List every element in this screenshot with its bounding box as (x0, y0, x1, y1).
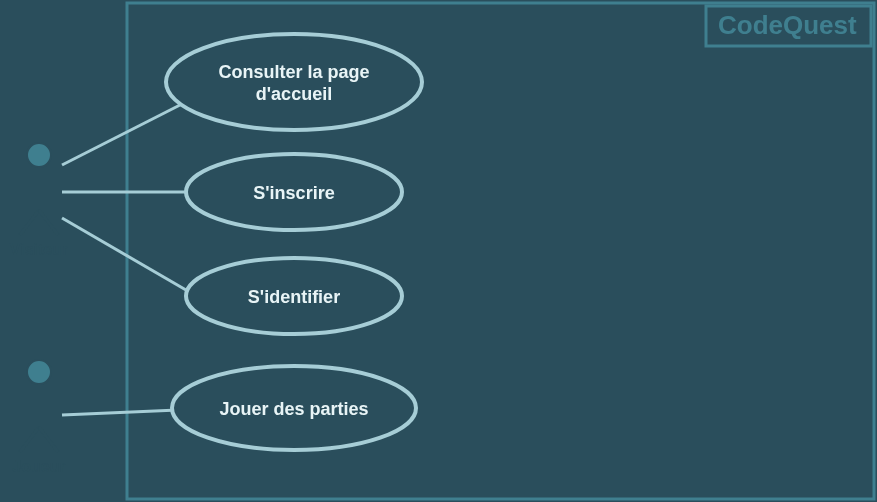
actor-visiteur: Visiteur (10, 143, 68, 258)
system-title: CodeQuest (718, 10, 857, 40)
usecase-label-line1: Consulter la page (218, 62, 369, 82)
usecase-jouer-parties: Jouer des parties (172, 366, 416, 450)
usecase-diagram: CodeQuest Visiteur Joueur Consulter la p… (0, 0, 877, 502)
assoc-visiteur-uc1 (62, 105, 180, 165)
actor-label-joueur: Joueur (12, 458, 65, 475)
actor-label-visiteur: Visiteur (10, 241, 68, 258)
usecase-label-line1: S'identifier (248, 287, 340, 307)
actor-joueur: Joueur (12, 360, 65, 475)
actor-leg-right-icon (39, 210, 58, 235)
assoc-visiteur-uc3 (62, 218, 186, 290)
actor-head-icon (27, 143, 51, 167)
actor-leg-left-icon (20, 210, 39, 235)
usecase-label-line1: S'inscrire (253, 183, 334, 203)
actor-leg-left-icon (20, 427, 39, 452)
usecase-label-line2: d'accueil (256, 84, 332, 104)
actor-leg-right-icon (39, 427, 58, 452)
assoc-joueur-uc4 (62, 410, 178, 415)
usecase-ellipse-icon (166, 34, 422, 130)
usecase-label-line1: Jouer des parties (219, 399, 368, 419)
usecase-consulter-accueil: Consulter la page d'accueil (166, 34, 422, 130)
associations (62, 105, 186, 415)
usecase-sinscrire: S'inscrire (186, 154, 402, 230)
actor-head-icon (27, 360, 51, 384)
usecase-sidentifier: S'identifier (186, 258, 402, 334)
